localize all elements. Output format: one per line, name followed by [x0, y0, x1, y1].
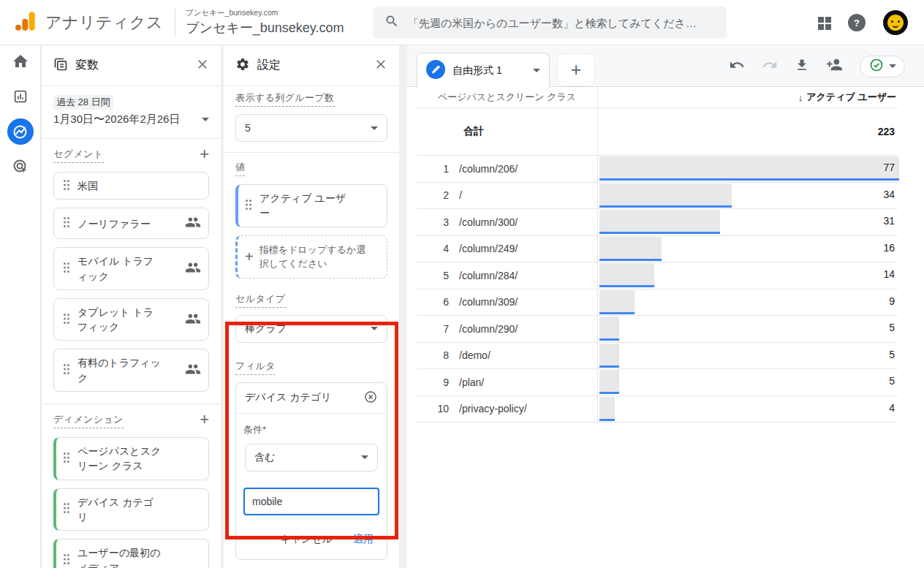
drag-handle-icon[interactable]	[63, 502, 70, 516]
redo-icon[interactable]	[762, 57, 778, 76]
metric-chip[interactable]: アクティブ ユーザー	[235, 184, 387, 227]
values-label: 値	[235, 161, 245, 176]
add-dimension-button[interactable]: +	[200, 413, 209, 426]
drag-handle-icon[interactable]	[63, 313, 70, 327]
remove-filter-icon[interactable]	[363, 390, 378, 406]
column-groups-select[interactable]: 5	[235, 114, 387, 142]
bar-fill	[599, 317, 619, 338]
table-row[interactable]: 3 /column/300/ 31	[417, 209, 898, 236]
table-row[interactable]: 7 /column/290/ 5	[417, 316, 898, 343]
download-icon[interactable]	[795, 58, 809, 75]
segment-chip[interactable]: 米国	[53, 172, 209, 200]
sort-desc-icon: ↓	[798, 92, 803, 103]
cell-type-select[interactable]: 棒グラフ	[235, 315, 387, 343]
bar-fill	[599, 397, 615, 419]
dimension-column-header[interactable]: ページパスとスクリーン クラス	[417, 87, 598, 107]
segment-chip[interactable]: モバイル トラフィック	[53, 247, 209, 290]
avatar[interactable]	[883, 10, 908, 35]
filter-label: フィルタ	[235, 360, 276, 375]
undo-icon[interactable]	[729, 57, 745, 76]
row-dimension-value: /column/249/	[459, 243, 518, 254]
table-row[interactable]: 1 /column/206/ 77	[417, 156, 898, 183]
apps-grid-icon[interactable]	[818, 17, 830, 29]
tab-free-form[interactable]: 自由形式 1	[417, 53, 550, 88]
edit-pencil-icon	[426, 60, 445, 81]
dimension-chip[interactable]: デバイス カテゴリ	[53, 488, 209, 531]
canvas-toolbar	[729, 45, 905, 87]
row-dimension-value: /column/309/	[459, 296, 518, 308]
bar-accent-line	[599, 419, 615, 421]
people-icon	[185, 311, 201, 329]
filter-card: デバイス カテゴリ 条件* 含む キャンセル 適用	[235, 382, 387, 560]
row-metric-value: 77	[883, 156, 895, 178]
close-variables-icon[interactable]	[196, 58, 209, 74]
drag-handle-icon[interactable]	[63, 179, 70, 193]
nav-reports[interactable]	[0, 80, 41, 116]
bar-fill	[599, 183, 732, 205]
plus-icon: +	[245, 249, 254, 265]
help-icon[interactable]: ?	[848, 14, 866, 31]
canvas-area: 自由形式 1 + ページ	[406, 45, 924, 568]
table-header-row: ページパスとスクリーン クラス ↓ アクティブ ユーザー	[417, 87, 898, 108]
segment-chip[interactable]: ノーリファラー	[53, 208, 209, 239]
metric-column-header[interactable]: ↓ アクティブ ユーザー	[598, 87, 898, 107]
row-rank: 5	[417, 270, 449, 281]
share-person-add-icon[interactable]	[826, 56, 843, 76]
dimensions-list: ページパスとスクリーン クラス デバイス カテゴリ ユーザーの最初のメディア	[53, 437, 209, 568]
chevron-down-icon	[371, 126, 378, 130]
nav-explore-active[interactable]	[0, 116, 41, 151]
nav-home[interactable]	[0, 45, 41, 80]
search-bar[interactable]	[373, 7, 727, 39]
table-row[interactable]: 8 /demo/ 5	[417, 343, 898, 370]
metric-drop-zone[interactable]: + 指標をドロップするか選択してください	[235, 235, 387, 279]
dimension-chip-label: ユーザーの最初のメディア	[77, 545, 164, 568]
row-metric-value: 14	[883, 263, 895, 285]
analytics-logo-icon	[13, 10, 38, 36]
table-row[interactable]: 4 /column/249/ 16	[417, 236, 898, 263]
row-dimension-value: /demo/	[459, 349, 491, 361]
nav-advertising[interactable]	[0, 151, 41, 186]
column-groups-label: 表示する列グループ数	[235, 91, 335, 107]
close-settings-icon[interactable]	[374, 58, 387, 74]
drag-handle-icon[interactable]	[63, 363, 70, 377]
target-cursor-icon	[12, 158, 29, 178]
row-dimension-value: /column/284/	[459, 270, 518, 281]
dimensions-label: ディメンション	[53, 413, 124, 428]
dimension-chip[interactable]: ユーザーの最初のメディア	[53, 539, 209, 568]
saved-status-button[interactable]	[860, 56, 905, 77]
drag-handle-icon[interactable]	[63, 216, 70, 230]
people-icon	[185, 361, 201, 379]
dimension-chip[interactable]: ページパスとスクリーン クラス	[53, 437, 209, 480]
row-metric-value: 34	[883, 183, 895, 205]
condition-select[interactable]: 含む	[245, 444, 378, 472]
people-icon	[185, 260, 201, 278]
drag-handle-icon[interactable]	[245, 199, 252, 213]
table-row[interactable]: 5 /column/284/ 14	[417, 262, 898, 289]
row-rank: 6	[417, 296, 449, 308]
avatar-face-icon	[887, 15, 904, 31]
filter-value-input[interactable]	[243, 488, 379, 515]
variables-icon	[53, 57, 68, 75]
search-input[interactable]	[408, 17, 715, 29]
variables-title: 変数	[75, 58, 99, 73]
add-tab-button[interactable]: +	[557, 53, 595, 86]
drag-handle-icon[interactable]	[63, 452, 70, 466]
cancel-button[interactable]: キャンセル	[280, 533, 333, 546]
date-range-section[interactable]: 過去 28 日間 1月30日〜2026年2月26日	[42, 86, 221, 139]
add-segment-button[interactable]: +	[200, 148, 209, 161]
segment-chip[interactable]: タブレット トラフィック	[53, 298, 209, 341]
row-dimension-value: /privacy-policy/	[459, 403, 527, 414]
drag-handle-icon[interactable]	[63, 553, 70, 567]
table-row[interactable]: 6 /column/309/ 9	[417, 289, 898, 317]
row-rank: 8	[417, 349, 449, 361]
segment-chip[interactable]: 有料のトラフィック	[53, 349, 209, 392]
drag-handle-icon[interactable]	[63, 262, 70, 276]
table-row[interactable]: 9 /plan/ 5	[417, 369, 898, 396]
row-dimension-value: /column/300/	[459, 216, 518, 228]
bar-fill	[599, 344, 619, 366]
metric-drop-hint: 指標をドロップするか選択してください	[260, 243, 366, 271]
table-row[interactable]: 2 / 34	[417, 183, 898, 210]
apply-button[interactable]: 適用	[353, 533, 374, 546]
table-row[interactable]: 10 /privacy-policy/ 4	[417, 396, 898, 423]
account-switcher[interactable]: ブンセキー_bunsekey.com ブンセキー_bunsekey.com	[186, 8, 344, 37]
